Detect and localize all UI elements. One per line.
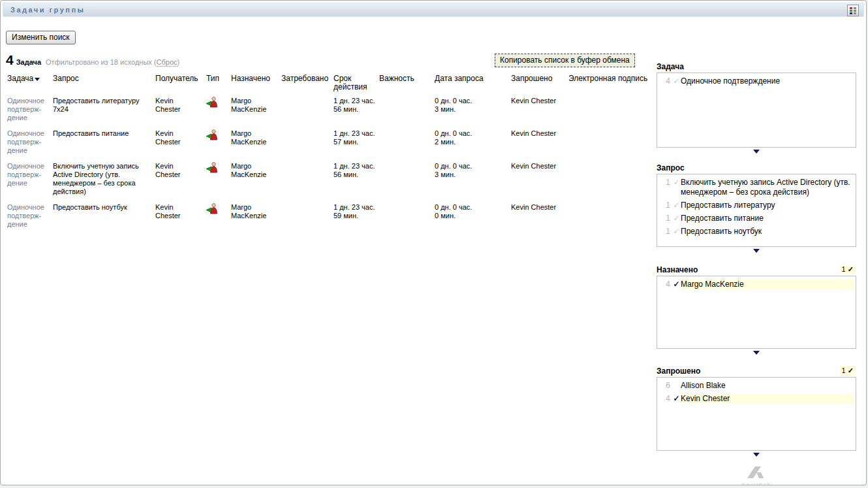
task-link[interactable]: Одиночное подтверж-дение — [7, 203, 44, 228]
facet-item[interactable]: 1 ✓ Предоставить литературу — [657, 200, 856, 211]
request-cell: Предоставить ноутбук — [53, 201, 155, 234]
selected-count-badge: 1 ✓ — [840, 366, 856, 376]
col-header-request-date[interactable]: Дата запроса — [435, 74, 511, 95]
facet-requested-panel: Запрошено 1 ✓ 6 Allison Blake 4 ✓ Kevin … — [657, 366, 856, 457]
col-header-recipient[interactable]: Получатель — [155, 74, 206, 95]
legend-green-square — [850, 10, 852, 12]
col-header-requested-by[interactable]: Запрошено — [511, 74, 568, 95]
request-date-cell: 0 дн. 0 час. 3 мин. — [435, 95, 511, 127]
facet-assigned-box: 4 ✓ Margo MacKenzie — [657, 276, 856, 349]
facet-expander-icon[interactable] — [753, 150, 760, 154]
task-link[interactable]: Одиночное подтверж-дение — [7, 129, 44, 154]
copy-to-clipboard-button[interactable]: Копировать список в буфер обмена — [495, 54, 635, 67]
col-header-claimed[interactable]: Затребовано — [281, 74, 333, 95]
assigned-cell: Margo MacKenzie — [231, 201, 281, 234]
user-flag-icon — [206, 97, 219, 108]
col-header-esignature[interactable]: Электронная подпись — [568, 74, 650, 95]
group-tasks-page: Задачи группы Изменить поиск 4 Задача От… — [0, 0, 867, 485]
claimed-cell — [281, 160, 333, 201]
task-row: Одиночное подтверж-дение Предоставить ли… — [7, 95, 650, 127]
recipient-cell: Kevin Chester — [155, 201, 206, 234]
claimed-cell — [281, 95, 333, 127]
type-cell — [206, 95, 231, 127]
request-cell: Предоставить литературу 7x24 — [53, 95, 155, 127]
facet-item-selected[interactable]: 4 ✓ Kevin Chester — [657, 393, 856, 404]
claimed-cell — [281, 127, 333, 160]
deadline-cell: 1 дн. 23 час. 57 мин. — [333, 127, 379, 160]
group-tasks-table: Задача Запрос Получатель Тип Назначено З… — [7, 74, 650, 234]
exhibit-logo-icon — [743, 465, 770, 480]
page-title: Задачи группы — [10, 6, 85, 14]
esignature-cell — [568, 201, 650, 234]
type-cell — [206, 160, 231, 201]
col-header-task[interactable]: Задача — [7, 74, 53, 95]
requested-by-cell: Kevin Chester — [511, 201, 568, 234]
col-header-assigned[interactable]: Назначено — [231, 74, 281, 95]
filter-status-text: Отфильтровано из 18 исходных (Сброс) — [46, 58, 179, 66]
type-cell — [206, 127, 231, 160]
legend-grid-icon[interactable] — [847, 5, 859, 16]
facet-expander-icon[interactable] — [753, 249, 760, 253]
criticality-cell — [379, 95, 435, 127]
recipient-cell: Kevin Chester — [155, 160, 206, 201]
user-flag-icon — [206, 129, 219, 140]
table-header-row: Задача Запрос Получатель Тип Назначено З… — [7, 74, 650, 95]
facet-item[interactable]: 1 ✓ Включить учетную запись Active Direc… — [657, 177, 856, 198]
result-count: 4 — [6, 52, 14, 68]
facet-request-panel: Запрос 1 ✓ Включить учетную запись Activ… — [657, 163, 856, 253]
check-icon: ✓ — [672, 178, 681, 187]
facet-item[interactable]: 6 Allison Blake — [657, 380, 856, 391]
assigned-cell: Margo MacKenzie — [231, 127, 281, 160]
selected-count-badge: 1 ✓ — [840, 265, 856, 274]
request-cell: Включить учетную запись Active Directory… — [53, 160, 155, 201]
request-date-cell: 0 дн. 0 час. 0 мин. — [435, 201, 511, 234]
task-link[interactable]: Одиночное подтверж-дение — [7, 97, 44, 122]
request-cell: Предоставить питание — [53, 127, 155, 160]
task-row: Одиночное подтверж-дение Предоставить пи… — [7, 127, 650, 160]
task-link[interactable]: Одиночное подтверж-дение — [7, 162, 44, 187]
facet-expander-icon[interactable] — [753, 351, 760, 355]
requested-by-cell: Kevin Chester — [511, 127, 568, 160]
facet-request-title: Запрос — [657, 163, 856, 174]
legend-blue-square — [850, 12, 852, 14]
facet-task-title: Задача — [657, 62, 856, 73]
criticality-cell — [379, 160, 435, 201]
facet-task-panel: Задача 4 ✓ Одиночное подтверждение — [657, 62, 856, 154]
check-icon: ✓ — [672, 201, 681, 210]
col-header-deadline[interactable]: Срок действия — [333, 74, 379, 95]
facet-requested-box: 6 Allison Blake 4 ✓ Kevin Chester — [657, 377, 856, 451]
col-header-criticality[interactable]: Важность — [379, 74, 435, 95]
result-unit: Задача — [16, 58, 41, 66]
col-header-type[interactable]: Тип — [206, 74, 231, 95]
request-date-cell: 0 дн. 0 час. 3 мин. — [435, 160, 511, 201]
exhibit-logo: EXHIBIT — [657, 465, 856, 485]
esignature-cell — [568, 160, 650, 201]
facet-requested-title: Запрошено 1 ✓ — [657, 366, 856, 377]
deadline-cell: 1 дн. 23 час. 56 мин. — [333, 160, 379, 201]
criticality-cell — [379, 127, 435, 160]
facet-task-box: 4 ✓ Одиночное подтверждение — [657, 73, 856, 148]
legend-gray-square — [854, 12, 856, 14]
facet-item[interactable]: 1 ✓ Предоставить питание — [657, 213, 856, 224]
task-row: Одиночное подтверж-дение Предоставить но… — [7, 201, 650, 234]
facet-assigned-title: Назначено 1 ✓ — [657, 265, 856, 276]
check-icon: ✓ — [672, 214, 681, 223]
recipient-cell: Kevin Chester — [155, 95, 206, 127]
facet-assigned-panel: Назначено 1 ✓ 4 ✓ Margo MacKenzie — [657, 265, 856, 355]
facet-item[interactable]: 1 ✓ Предоставить ноутбук — [657, 226, 856, 237]
assigned-cell: Margo MacKenzie — [231, 95, 281, 127]
col-header-request[interactable]: Запрос — [53, 74, 155, 95]
user-flag-icon — [206, 162, 219, 173]
claimed-cell — [281, 201, 333, 234]
legend-gray-square — [854, 7, 856, 9]
facet-item-selected[interactable]: 4 ✓ Margo MacKenzie — [657, 279, 856, 290]
sort-descending-icon — [35, 78, 40, 81]
facet-expander-icon[interactable] — [753, 453, 760, 457]
facet-request-box: 1 ✓ Включить учетную запись Active Direc… — [657, 174, 856, 247]
facet-sidebar: Задача 4 ✓ Одиночное подтверждение Запро… — [657, 62, 856, 485]
requested-by-cell: Kevin Chester — [511, 95, 568, 127]
reset-filter-link[interactable]: Сброс — [157, 58, 178, 67]
edit-search-button[interactable]: Изменить поиск — [6, 31, 76, 44]
facet-item[interactable]: 4 ✓ Одиночное подтверждение — [657, 76, 856, 87]
check-icon: ✓ — [672, 227, 681, 236]
